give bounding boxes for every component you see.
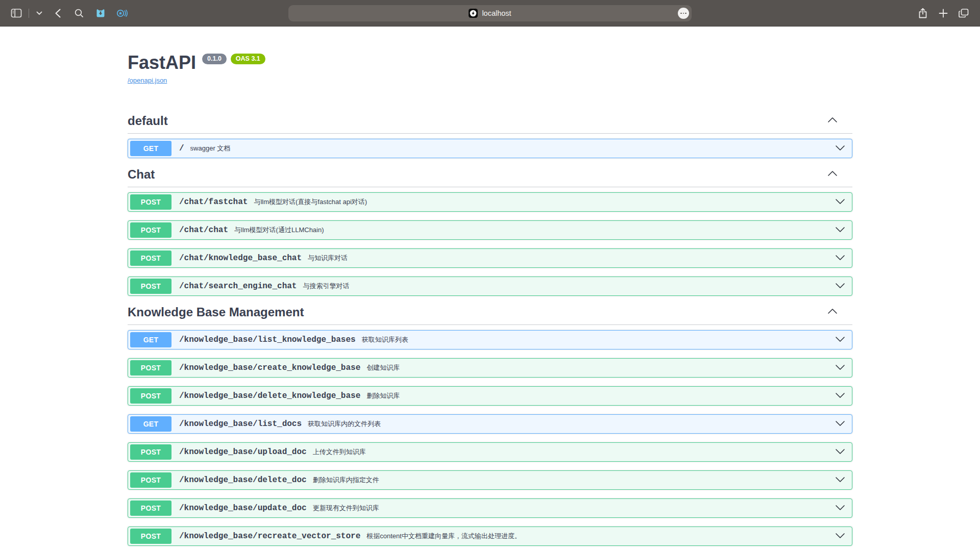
endpoint-path: /knowledge_base/delete_doc [179, 475, 307, 485]
endpoint-expand-button[interactable] [835, 390, 846, 402]
endpoint-path: /knowledge_base/upload_doc [179, 447, 307, 457]
endpoint-expand-button[interactable] [835, 446, 846, 458]
api-info: FastAPI 0.1.0 OAS 3.1 /openapi.json [128, 27, 852, 85]
tab-overview-button[interactable] [954, 5, 973, 22]
extension-bookmark-icon [95, 8, 106, 19]
endpoint-expand-button[interactable] [835, 253, 846, 264]
endpoint-row[interactable]: POST /knowledge_base/update_doc 更新现有文件到知… [128, 498, 852, 518]
endpoint-row[interactable]: GET /knowledge_base/list_docs 获取知识库内的文件列… [128, 414, 852, 434]
method-badge: POST [130, 388, 172, 404]
page-title: FastAPI [128, 52, 196, 73]
endpoint-expand-button[interactable] [835, 281, 846, 292]
chevron-down-icon [835, 282, 846, 289]
endpoint-expand-button[interactable] [835, 474, 846, 486]
endpoint-summary: 上传文件到知识库 [313, 447, 366, 457]
endpoint-expand-button[interactable] [835, 362, 846, 373]
endpoint-row[interactable]: POST /knowledge_base/recreate_vector_sto… [128, 527, 852, 546]
method-badge: POST [130, 194, 172, 210]
method-badge: POST [130, 500, 172, 516]
chevron-down-icon [835, 336, 846, 343]
sidebar-icon [11, 8, 22, 18]
endpoint-row[interactable]: POST /knowledge_base/delete_knowledge_ba… [128, 386, 852, 406]
endpoint-expand-button[interactable] [835, 418, 846, 430]
endpoint-summary: 与搜索引擎对话 [303, 282, 349, 291]
endpoint-summary: 更新现有文件到知识库 [313, 504, 379, 513]
section-header[interactable]: Knowledge Base Management [128, 305, 852, 325]
browser-toolbar: localhost [0, 0, 980, 27]
ellipsis-icon [680, 13, 682, 14]
back-button[interactable] [48, 5, 67, 22]
share-button[interactable] [914, 5, 932, 22]
endpoint-row[interactable]: POST /chat/chat 与llm模型对话(通过LLMChain) [128, 220, 852, 240]
endpoint-row[interactable]: POST /chat/fastchat 与llm模型对话(直接与fastchat… [128, 192, 852, 212]
section-collapse-button[interactable] [827, 115, 838, 127]
endpoint-expand-button[interactable] [835, 531, 846, 542]
endpoint-row[interactable]: POST /chat/knowledge_base_chat 与知识库对话 [128, 248, 852, 268]
section-title: default [128, 113, 168, 128]
endpoint-expand-button[interactable] [835, 224, 846, 236]
endpoint-path: /knowledge_base/list_docs [179, 419, 302, 429]
chevron-up-icon [827, 116, 838, 123]
extension-bookmark-button[interactable] [91, 5, 110, 22]
chevron-down-icon [835, 420, 846, 427]
endpoint-summary: 创建知识库 [366, 363, 400, 372]
endpoint-path: /knowledge_base/recreate_vector_store [179, 532, 360, 541]
section-collapse-button[interactable] [827, 169, 838, 180]
method-badge: POST [130, 251, 172, 266]
tab-overview-icon [958, 8, 969, 18]
address-bar[interactable]: localhost [288, 5, 692, 21]
extension-live-button[interactable] [113, 5, 131, 22]
version-badge: 0.1.0 [202, 54, 227, 64]
method-badge: POST [130, 279, 172, 294]
endpoint-row[interactable]: GET / swagger 文档 [128, 139, 852, 158]
endpoint-path: /knowledge_base/update_doc [179, 504, 307, 513]
openapi-spec-link[interactable]: /openapi.json [128, 77, 167, 84]
endpoint-row[interactable]: POST /knowledge_base/create_knowledge_ba… [128, 358, 852, 378]
endpoint-row[interactable]: POST /knowledge_base/delete_doc 删除知识库内指定… [128, 470, 852, 490]
method-badge: POST [130, 472, 172, 488]
swagger-page: FastAPI 0.1.0 OAS 3.1 /openapi.json defa… [0, 27, 980, 550]
endpoint-expand-button[interactable] [835, 196, 846, 208]
endpoint-path: /chat/knowledge_base_chat [179, 254, 302, 263]
chevron-down-icon [835, 254, 846, 261]
method-badge: POST [130, 529, 172, 544]
endpoint-path: /knowledge_base/delete_knowledge_base [179, 391, 360, 400]
chevron-up-icon [827, 170, 838, 177]
endpoint-path: /knowledge_base/create_knowledge_base [179, 363, 360, 372]
chevron-down-icon [835, 504, 846, 511]
endpoint-row[interactable]: POST /knowledge_base/upload_doc 上传文件到知识库 [128, 442, 852, 462]
section-title: Knowledge Base Management [128, 305, 304, 319]
new-tab-button[interactable] [934, 5, 952, 22]
chevron-down-icon [835, 226, 846, 233]
api-section: default GET / swagger 文档 [128, 113, 852, 158]
endpoint-summary: 与llm模型对话(直接与fastchat api对话) [254, 197, 367, 207]
endpoint-row[interactable]: GET /knowledge_base/list_knowledge_bases… [128, 330, 852, 349]
chevron-down-icon [835, 532, 846, 539]
endpoint-expand-button[interactable] [835, 334, 846, 345]
sidebar-dropdown-button[interactable] [33, 5, 45, 22]
endpoint-expand-button[interactable] [835, 143, 846, 154]
endpoint-row[interactable]: POST /chat/search_engine_chat 与搜索引擎对话 [128, 277, 852, 296]
toolbar-separator [29, 9, 29, 18]
endpoint-summary: swagger 文档 [190, 144, 231, 153]
endpoint-path: /chat/chat [179, 226, 228, 235]
endpoint-summary: 删除知识库内指定文件 [313, 475, 379, 485]
search-button[interactable] [70, 5, 88, 22]
chevron-down-icon [835, 144, 846, 152]
section-collapse-button[interactable] [827, 307, 838, 318]
endpoint-summary: 与llm模型对话(通过LLMChain) [234, 226, 324, 235]
endpoint-summary: 根据content中文档重建向量库，流式输出处理进度。 [366, 532, 521, 541]
endpoint-summary: 删除知识库 [366, 391, 400, 400]
endpoint-path: /chat/fastchat [179, 197, 248, 207]
endpoint-expand-button[interactable] [835, 503, 846, 514]
page-more-button[interactable] [678, 8, 689, 19]
site-favicon-lightning-icon [469, 9, 478, 18]
method-badge: POST [130, 360, 172, 375]
chevron-up-icon [827, 308, 838, 315]
section-title: Chat [128, 167, 155, 182]
section-header[interactable]: Chat [128, 167, 852, 187]
api-sections: default GET / swagger 文档 Chat [128, 113, 852, 546]
sidebar-toggle-button[interactable] [7, 5, 26, 22]
endpoint-path: / [179, 144, 184, 153]
section-header[interactable]: default [128, 113, 852, 134]
